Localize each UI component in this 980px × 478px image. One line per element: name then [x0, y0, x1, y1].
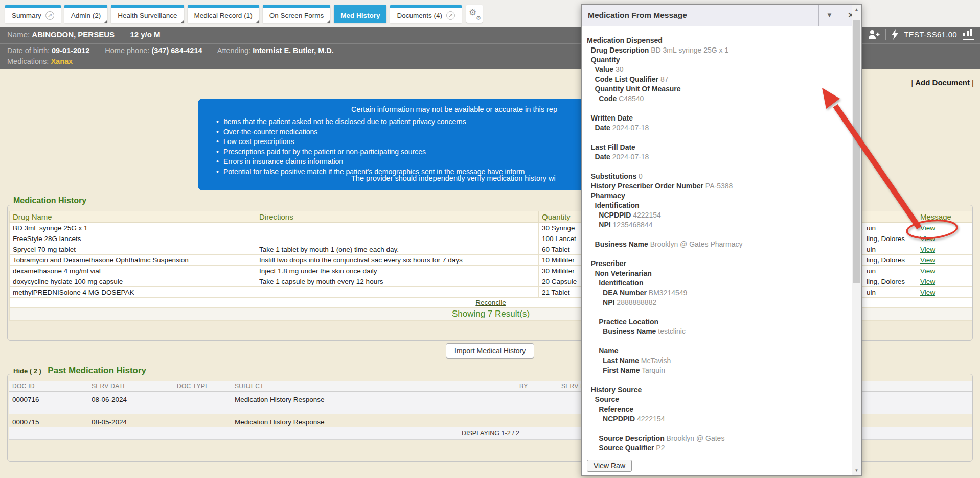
view-message-link[interactable]: View — [920, 267, 935, 275]
column-header-drug-name[interactable]: Drug Name — [10, 211, 256, 223]
attending-label: Attending: — [217, 46, 250, 55]
scrollbar-thumb[interactable] — [853, 20, 860, 283]
message-detail-line: Business Name Brooklyn @ Gates Pharmacy — [587, 240, 848, 249]
message-detail-line: Drug Description BD 3mL syringe 25G x 1 — [587, 45, 848, 55]
column-header-doc-type[interactable]: DOC TYPE — [174, 381, 232, 392]
notice-footer: The provider should independently verify… — [351, 174, 556, 182]
message-detail-line — [587, 249, 848, 259]
hide-link[interactable]: Hide ( 2 ) — [13, 367, 41, 375]
patient-age-sex: 12 y/o M — [130, 30, 160, 39]
message-detail-line: Quantity Unit Of Measure — [587, 84, 848, 94]
notice-bullet: Items that the patient asked not be disc… — [216, 117, 525, 127]
message-detail-line — [587, 307, 848, 317]
reconcile-link[interactable]: Reconcile — [475, 299, 506, 306]
message-cell: View — [917, 244, 972, 255]
tab-med-history[interactable]: Med History — [334, 5, 386, 23]
drug-name-cell: dexamethasone 4 mg/ml vial — [10, 266, 256, 276]
message-detail-line — [587, 104, 848, 113]
gear-icon: ⚙ — [476, 15, 481, 21]
message-detail-line: Identification — [587, 278, 848, 288]
message-detail-line: Prescriber — [587, 259, 848, 269]
tab-on-screen-forms-label: On Screen Forms — [269, 8, 324, 23]
message-detail-line: Quantity — [587, 55, 848, 65]
notice-bullet: Prescriptions paid for by the patient or… — [216, 147, 525, 157]
popout-icon[interactable]: ↗ — [45, 11, 54, 20]
message-detail-line: Non Veterinarian — [587, 269, 848, 278]
message-detail-line: Substitutions 0 — [587, 172, 848, 181]
column-header-subject[interactable]: SUBJECT — [232, 381, 516, 392]
tab-health-surveillance[interactable]: Health Surveillance — [111, 5, 184, 23]
patient-medications-line: Medications: Xanax — [7, 57, 73, 65]
message-detail-line: Name — [587, 346, 848, 356]
popout-icon[interactable]: ↗ — [446, 11, 455, 20]
tab-admin-label: Admin (2) — [71, 8, 101, 23]
patient-header-icons: TEST-SS61.00 — [868, 29, 974, 40]
patient-name-line: Name: ABINGDON, PERSEUS 12 y/o M — [7, 30, 161, 39]
medications-value[interactable]: Xanax — [51, 57, 73, 65]
column-header-directions[interactable]: Directions — [256, 211, 539, 223]
doc-id-cell: 0000716 — [9, 392, 88, 414]
settings-button[interactable]: ⚙ ⚙ — [466, 5, 483, 23]
message-detail-line: NCPDPID 4222154 — [587, 210, 848, 220]
view-message-link[interactable]: View — [920, 224, 935, 232]
message-detail-line: DEA Number BM3214549 — [587, 288, 848, 298]
view-message-link[interactable]: View — [920, 246, 935, 253]
directions-cell: Inject 1.8 mg under the skin once daily — [256, 266, 539, 276]
message-cell: View — [917, 276, 972, 287]
message-detail-line: First Name Tarquin — [587, 366, 848, 375]
icon-divider — [885, 29, 886, 40]
scroll-up-icon[interactable]: ▲ — [852, 5, 861, 14]
add-document-link[interactable]: Add Document — [915, 78, 970, 87]
serv-date-cell: 08-05-2024 — [88, 414, 174, 427]
message-detail-line: Date 2024-07-18 — [587, 152, 848, 162]
message-detail-line: Business Name testclinic — [587, 327, 848, 337]
view-message-link[interactable]: View — [920, 256, 935, 264]
tab-documents[interactable]: Documents (4) ↗ — [390, 5, 462, 23]
dialog-title: Medication From Message — [582, 5, 818, 26]
lightning-icon[interactable] — [892, 29, 898, 40]
column-header-doc-id[interactable]: DOC ID — [9, 381, 88, 392]
drug-name-cell: FreeStyle 28G lancets — [10, 233, 256, 244]
tab-summary-label: Summary — [12, 8, 41, 23]
scroll-down-icon[interactable]: ▼ — [852, 466, 861, 475]
tab-summary[interactable]: Summary ↗ — [5, 5, 61, 23]
notice-bullet: Low cost prescriptions — [216, 137, 525, 147]
message-detail-line: Pharmacy — [587, 191, 848, 201]
add-person-icon[interactable] — [868, 29, 880, 39]
message-detail-line — [587, 424, 848, 434]
collapse-dialog-button[interactable]: ▼ — [818, 5, 840, 26]
message-detail-line: Medication Dispensed — [587, 36, 848, 45]
message-detail-line: Practice Location — [587, 317, 848, 327]
dialog-body: Medication Dispensed Drug Description BD… — [582, 27, 861, 475]
drug-name-cell: Tobramycin and Dexamethasone Ophthalmic … — [10, 255, 256, 266]
message-detail-line: Date 2024-07-18 — [587, 123, 848, 133]
notice-bullets: Items that the patient asked not be disc… — [216, 117, 525, 177]
message-detail-line — [587, 162, 848, 172]
message-detail-line — [587, 375, 848, 385]
message-detail-line: Code C48540 — [587, 94, 848, 104]
import-medical-history-button[interactable]: Import Medical History — [446, 343, 534, 358]
view-raw-button[interactable]: View Raw — [587, 460, 632, 472]
tab-on-screen-forms[interactable]: On Screen Forms — [263, 5, 331, 23]
message-detail-line: History Prescriber Order Number PA-5388 — [587, 181, 848, 191]
column-header-hidden — [863, 211, 917, 223]
view-message-link[interactable]: View — [920, 278, 935, 285]
view-message-link[interactable]: View — [920, 289, 935, 296]
dialog-scrollbar[interactable]: ▲ ▼ — [852, 5, 861, 475]
chart-icon[interactable] — [963, 29, 974, 40]
message-detail-line: NCPDPID 4222154 — [587, 414, 848, 424]
message-detail-line: Reference — [587, 404, 848, 414]
pipe: | — [911, 78, 913, 87]
column-header-serv-date[interactable]: SERV DATE — [88, 381, 174, 392]
doc-type-cell — [174, 392, 232, 414]
attending-value: Internist E. Butler, M.D. — [253, 46, 334, 55]
phone-label: Home phone: — [105, 46, 149, 55]
directions-cell: Instill two drops into the conjunctival … — [256, 255, 539, 266]
column-header-message[interactable]: Message — [917, 211, 972, 223]
tab-admin[interactable]: Admin (2) — [64, 5, 108, 23]
tab-medical-record[interactable]: Medical Record (1) — [188, 5, 259, 23]
by-cell — [516, 392, 558, 414]
view-message-link[interactable]: View — [920, 235, 935, 243]
column-header-by[interactable]: BY — [516, 381, 558, 392]
dialog-header[interactable]: Medication From Message ▼ ✕ — [582, 5, 861, 26]
